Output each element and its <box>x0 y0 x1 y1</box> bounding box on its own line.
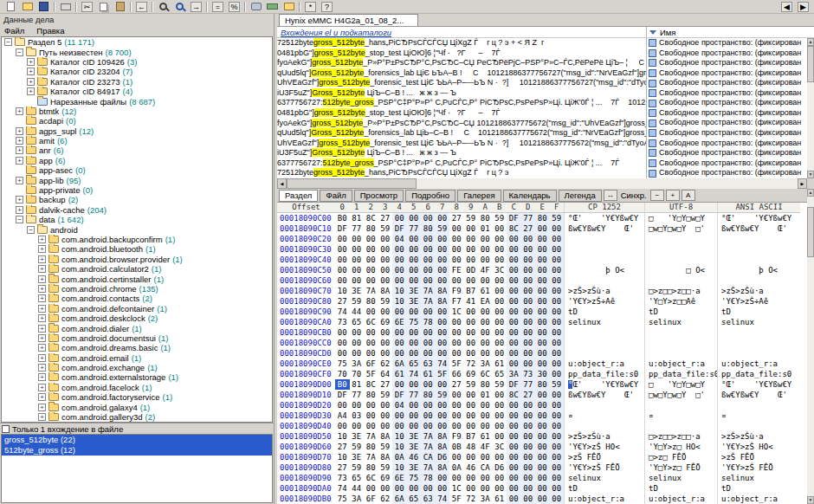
hex-byte[interactable]: 80 <box>364 442 378 452</box>
hex-byte[interactable]: 00 <box>464 255 479 265</box>
hex-text-ansi[interactable]: þ O< <box>717 265 800 275</box>
hex-byte[interactable]: 00 <box>493 244 507 255</box>
hex-byte[interactable]: 70 <box>350 369 365 379</box>
hex-byte[interactable]: 00 <box>464 390 479 400</box>
hex-text-ansi[interactable]: selinux <box>717 317 800 327</box>
hex-byte[interactable]: 3E <box>407 462 422 473</box>
hex-byte[interactable]: 00 <box>449 244 464 255</box>
sync-icon[interactable]: ↔ <box>604 190 617 201</box>
hex-byte[interactable]: 72 <box>464 494 479 504</box>
hex-byte[interactable]: 00 <box>464 307 479 317</box>
hex-byte[interactable]: 00 <box>464 483 479 494</box>
hex-byte[interactable]: 00 <box>535 327 550 338</box>
hex-byte[interactable]: 00 <box>535 317 550 327</box>
hex-byte[interactable]: 00 <box>364 265 378 275</box>
hex-text-ansi[interactable]: pp_data_file:s0 <box>717 369 800 379</box>
hex-text-ansi[interactable]: °Œ' 'Y€Yßw€Y <box>717 213 800 223</box>
hex-byte[interactable]: 3E <box>407 296 422 307</box>
hex-byte[interactable]: 74 <box>407 369 422 379</box>
hex-byte[interactable]: 4F <box>478 265 493 275</box>
hex-byte[interactable]: 00 <box>407 234 422 244</box>
hex-text-utf8[interactable]: u:object_r:a <box>644 494 717 504</box>
hex-byte[interactable]: FE <box>449 265 464 275</box>
hex-byte[interactable]: 48 <box>464 442 479 452</box>
hex-byte[interactable]: 00 <box>350 327 365 338</box>
hex-byte[interactable]: 27 <box>378 213 393 223</box>
hex-byte[interactable]: 00 <box>436 348 450 359</box>
hex-byte[interactable]: 00 <box>550 494 565 504</box>
hex-text-utf8[interactable]: selinux <box>644 317 717 327</box>
hex-byte[interactable]: 59 <box>436 390 450 400</box>
hex-byte[interactable]: DF <box>392 223 407 234</box>
tree-expander-icon[interactable]: + <box>38 404 46 411</box>
hex-byte[interactable]: 00 <box>364 244 378 255</box>
hex-byte[interactable]: 00 <box>493 223 507 234</box>
hex-text-cp1252[interactable] <box>564 327 644 338</box>
hex-byte[interactable]: 00 <box>493 348 507 359</box>
hex-byte[interactable]: 59 <box>493 213 507 223</box>
hex-scroll-track[interactable] <box>807 257 814 496</box>
hex-byte[interactable]: 00 <box>493 473 507 483</box>
hex-byte[interactable]: 00 <box>350 400 365 410</box>
hex-byte[interactable]: 00 <box>550 244 565 255</box>
name-row[interactable]: Свободное пространство: (фиксирован <box>647 158 807 169</box>
hex-byte[interactable]: 00 <box>335 421 350 431</box>
hex-byte[interactable]: 00 <box>535 286 550 296</box>
hex-text-cp1252[interactable]: 'Y€Y>zŠ HO< <box>564 442 644 452</box>
hex-byte[interactable]: 00 <box>493 410 507 421</box>
hex-byte[interactable]: 00 <box>521 286 536 296</box>
hex-byte[interactable]: 41 <box>464 296 479 307</box>
directory-browser-button[interactable] <box>281 0 297 13</box>
hex-byte[interactable]: 6E <box>392 473 407 483</box>
hex-byte[interactable]: 00 <box>521 244 536 255</box>
tree-item[interactable]: −data(1 642) <box>2 215 272 224</box>
hex-byte[interactable]: 00 <box>421 255 436 265</box>
hex-byte[interactable]: 59 <box>378 442 393 452</box>
hex-byte[interactable]: 00 <box>507 473 521 483</box>
hex-text-ansi[interactable] <box>717 234 800 244</box>
hex-byte[interactable]: 00 <box>449 400 464 410</box>
calculator-button[interactable]: % <box>226 0 242 13</box>
hex-byte[interactable]: 00 <box>464 410 479 421</box>
hex-byte[interactable]: 3E <box>350 431 365 442</box>
hex-byte[interactable]: 59 <box>464 379 479 390</box>
hex-byte[interactable]: 3A <box>350 494 365 504</box>
hex-byte[interactable]: 80 <box>364 296 378 307</box>
hex-text-utf8[interactable]: □ 'Y□Y□w□Y <box>644 213 717 223</box>
hex-text-cp1252[interactable]: 'Y€Y>zŠ÷Aê <box>564 296 644 307</box>
hex-byte[interactable]: 00 <box>392 307 407 317</box>
hex-byte[interactable]: 59 <box>350 442 365 452</box>
hex-byte[interactable]: 4F <box>478 442 493 452</box>
tree-item[interactable]: −Путь неизвестен(8 700) <box>2 47 272 56</box>
hex-byte[interactable]: 00 <box>421 379 436 390</box>
hex-text-ansi[interactable] <box>717 348 800 359</box>
forward-button[interactable]: ▶ <box>795 0 811 13</box>
hex-byte[interactable]: 3A <box>350 359 365 369</box>
hex-byte[interactable]: 00 <box>550 338 565 348</box>
new-case-button[interactable] <box>3 0 19 13</box>
results-vscrollbar[interactable] <box>807 38 814 178</box>
hex-byte[interactable]: 3E <box>407 442 422 452</box>
hex-byte[interactable]: 8A <box>436 286 450 296</box>
search-hit-row[interactable]: fyoAekG"]gross_512byte_P»P°P±PsСЂP°С‚PsС… <box>277 58 646 68</box>
hex-byte[interactable]: 65 <box>407 359 422 369</box>
copy-button[interactable] <box>95 0 112 13</box>
hex-text-utf8[interactable]: u:object_r:a <box>644 359 717 369</box>
hex-byte[interactable]: 00 <box>335 265 350 275</box>
hex-byte[interactable]: 00 <box>407 348 422 359</box>
hex-byte[interactable]: 00 <box>378 400 393 410</box>
hex-byte[interactable]: 00 <box>507 286 521 296</box>
hex-text-utf8[interactable]: □w□Y□w□Y □' <box>644 390 717 400</box>
hex-byte[interactable]: 74 <box>335 307 350 317</box>
tree-item[interactable]: +app(6) <box>2 156 272 165</box>
hex-text-cp1252[interactable]: >zŠ FÊÖ <box>564 452 644 462</box>
hex-byte[interactable]: 00 <box>464 327 479 338</box>
save-button[interactable] <box>36 0 52 13</box>
hex-byte[interactable]: 80 <box>421 223 436 234</box>
hex-byte[interactable]: 00 <box>364 307 378 317</box>
hex-byte[interactable]: 00 <box>478 348 493 359</box>
hex-tab-5[interactable]: Календарь <box>503 190 557 202</box>
hex-byte[interactable]: 00 <box>421 483 436 494</box>
hex-text-utf8[interactable]: □>z□□>z□□·a <box>644 286 717 296</box>
hex-byte[interactable]: 00 <box>507 255 521 265</box>
